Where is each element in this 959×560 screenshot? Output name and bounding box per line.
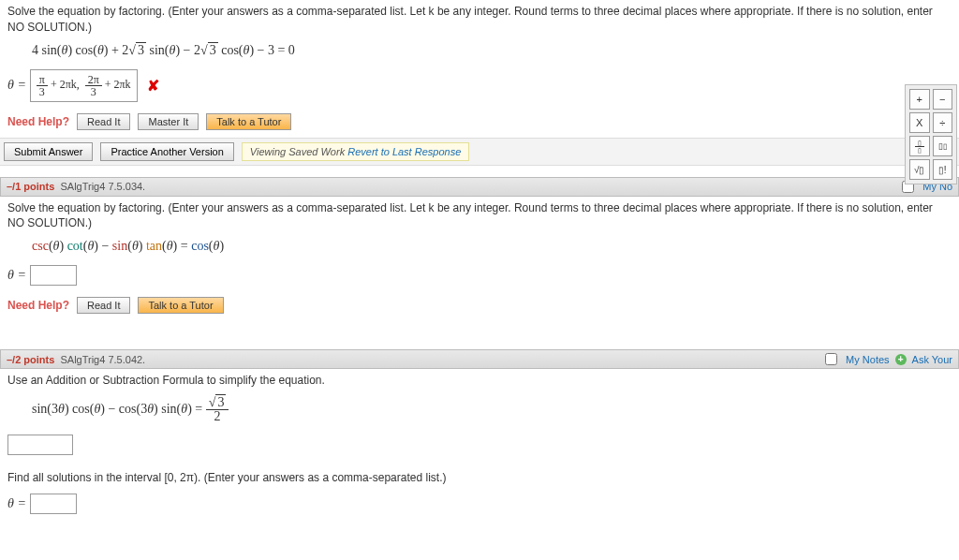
q3-ref: SAlgTrig4 7.5.042. [60, 354, 145, 365]
q1-answer-input[interactable]: π3 + 2πk, 2π3 + 2πk [30, 69, 138, 102]
q3-answer-input[interactable] [30, 494, 77, 514]
calc-minus-button[interactable]: − [933, 89, 953, 110]
q3-my-notes-link[interactable]: My Notes [846, 354, 889, 365]
q3-simplify-input[interactable] [7, 435, 73, 455]
q3-header: –/2 points SAlgTrig4 7.5.042. My Notes +… [0, 349, 959, 369]
revert-link[interactable]: Revert to Last Response [347, 146, 461, 157]
q3-theta-label: θ = [7, 496, 26, 511]
q1-theta-label: θ = [7, 78, 26, 93]
practice-another-button[interactable]: Practice Another Version [100, 142, 233, 161]
q3-instruction: Use an Addition or Subtraction Formula t… [4, 371, 955, 391]
q2-answer-input[interactable] [30, 265, 77, 286]
q3-notes-checkbox[interactable] [825, 353, 837, 365]
need-help-label: Need Help? [7, 115, 69, 128]
q3-instruction2: Find all solutions in the interval [0, 2… [4, 468, 955, 488]
q3-points: –/2 points [7, 354, 54, 365]
calc-palette: + − X ÷ ▯▯ ▯▯ √▯ ▯! [905, 84, 957, 184]
plus-icon: + [895, 354, 907, 365]
q1-instruction: Solve the equation by factoring. (Enter … [4, 2, 955, 37]
calc-plus-button[interactable]: + [909, 89, 930, 110]
q2-talk-tutor-button[interactable]: Talk to a Tutor [138, 297, 223, 314]
q2-instruction: Solve the equation by factoring. (Enter … [4, 199, 955, 234]
q3-ask-link[interactable]: Ask Your [912, 354, 952, 365]
master-it-button[interactable]: Master It [138, 113, 199, 130]
submit-row: Submit Answer Practice Another Version V… [0, 138, 959, 166]
q2-need-help-label: Need Help? [7, 299, 69, 312]
q2-read-it-button[interactable]: Read It [77, 297, 130, 314]
incorrect-icon: ✘ [147, 77, 159, 95]
q2-points: –/1 points [7, 181, 54, 192]
viewing-label: Viewing Saved Work [250, 146, 345, 157]
read-it-button[interactable]: Read It [77, 113, 130, 130]
calc-factorial-button[interactable]: ▯! [933, 159, 953, 180]
viewing-saved-panel: Viewing Saved Work Revert to Last Respon… [242, 142, 469, 161]
calc-exponent-button[interactable]: ▯▯ [933, 136, 953, 156]
calc-divide-button[interactable]: ÷ [933, 112, 953, 133]
calc-times-button[interactable]: X [909, 112, 930, 133]
talk-tutor-button[interactable]: Talk to a Tutor [206, 113, 291, 130]
q2-theta-label: θ = [7, 268, 26, 283]
q2-equation: csc(θ) cot(θ) − sin(θ) tan(θ) = cos(θ) [4, 233, 955, 259]
q2-ref: SAlgTrig4 7.5.034. [60, 181, 145, 192]
submit-answer-button[interactable]: Submit Answer [4, 142, 93, 161]
calc-sqrt-button[interactable]: √▯ [909, 159, 930, 180]
q2-header: –/1 points SAlgTrig4 7.5.034. My No [0, 177, 959, 197]
q3-equation: sin(3θ) cos(θ) − cos(3θ) sin(θ) = √32 [4, 391, 955, 429]
q1-equation: 4 sin(θ) cos(θ) + 2√3 sin(θ) − 2√3 cos(θ… [4, 37, 955, 64]
calc-fraction-button[interactable]: ▯▯ [909, 136, 930, 156]
